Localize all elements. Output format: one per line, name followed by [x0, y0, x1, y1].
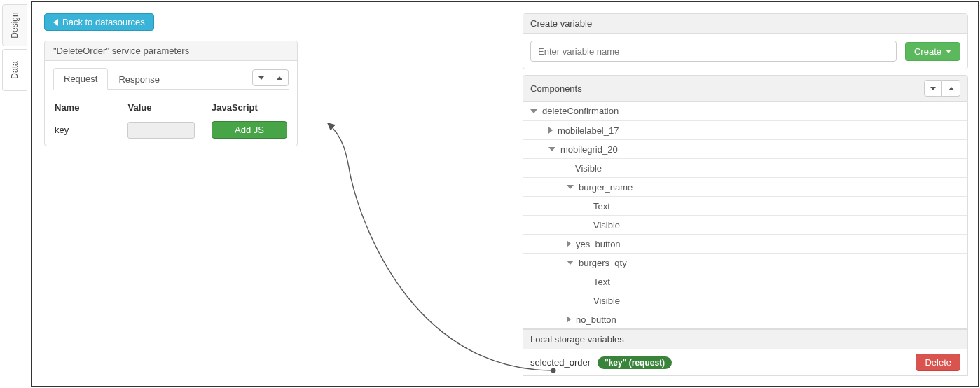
caret-down-icon — [548, 147, 555, 151]
tree-row[interactable]: yes_button — [523, 234, 967, 253]
tree-label: mobilelabel_17 — [558, 125, 619, 136]
tree-row[interactable]: mobilegrid_20 — [523, 139, 967, 158]
local-storage-title: Local storage variables — [523, 329, 968, 349]
variable-name-input[interactable] — [530, 41, 897, 62]
create-variable-button[interactable]: Create — [905, 42, 960, 61]
back-button-label: Back to datasources — [62, 17, 145, 27]
side-tab-data-label: Data — [10, 61, 20, 78]
caret-right-icon — [548, 127, 553, 134]
create-button-label: Create — [914, 46, 941, 57]
caret-down-icon — [567, 261, 574, 265]
service-parameters-panel: "DeleteOrder" service parameters Request… — [44, 41, 298, 146]
tree-row[interactable]: mobilelabel_17 — [523, 120, 967, 139]
tree-label: burgers_qty — [579, 258, 627, 268]
arrow-left-icon — [53, 19, 58, 26]
expand-down-button[interactable] — [252, 69, 270, 86]
param-value-input[interactable] — [127, 122, 195, 139]
tree-label: burger_name — [579, 182, 633, 193]
delete-button[interactable]: Delete — [916, 354, 960, 371]
side-tab-data[interactable]: Data — [2, 49, 27, 91]
chevron-up-icon — [948, 87, 954, 90]
tree-label: Text — [593, 277, 610, 287]
tree-label: Visible — [575, 163, 602, 174]
components-title: Components — [530, 83, 582, 94]
tree-label: mobilegrid_20 — [560, 144, 618, 155]
caret-right-icon — [567, 316, 571, 323]
col-name: Name — [53, 99, 126, 118]
tree-row-root[interactable]: deleteConfirmation — [523, 102, 967, 120]
tree-label: Text — [593, 201, 610, 212]
add-js-button[interactable]: Add JS — [212, 121, 287, 139]
tree-row[interactable]: Visible — [523, 215, 967, 234]
side-tab-design[interactable]: Design — [2, 4, 27, 46]
tab-request[interactable]: Request — [53, 68, 108, 90]
tree-row[interactable]: burgers_qty — [523, 253, 967, 272]
service-parameters-title: "DeleteOrder" service parameters — [45, 41, 297, 61]
param-row: key Add JS — [53, 118, 289, 141]
tree-label: Visible — [593, 220, 620, 230]
tab-response[interactable]: Response — [108, 69, 170, 90]
chevron-down-icon — [258, 76, 264, 80]
caret-down-icon — [530, 109, 537, 113]
tree-row[interactable]: Visible — [523, 291, 967, 310]
collapse-up-button[interactable] — [270, 69, 289, 86]
tree-label: yes_button — [576, 239, 621, 249]
local-storage-row[interactable]: selected_order "key" (request) Delete — [523, 349, 968, 376]
mapping-pill[interactable]: "key" (request) — [598, 356, 672, 369]
param-name: key — [53, 118, 126, 141]
tree-row[interactable]: Text — [523, 272, 967, 291]
tree-row[interactable]: burger_name — [523, 177, 967, 196]
tree-label: no_button — [576, 314, 616, 325]
components-collapse-button[interactable] — [942, 80, 960, 97]
main-frame: Back to datasources "DeleteOrder" servic… — [31, 1, 979, 387]
col-js: JavaScript — [210, 99, 289, 118]
caret-down-icon — [567, 185, 574, 189]
chevron-down-icon — [930, 87, 936, 90]
create-variable-title: Create variable — [523, 14, 967, 34]
tree-row[interactable]: Visible — [523, 158, 967, 177]
tree-label: deleteConfirmation — [542, 106, 619, 116]
caret-right-icon — [567, 240, 571, 247]
components-expand-button[interactable] — [924, 80, 942, 97]
back-to-datasources-button[interactable]: Back to datasources — [44, 13, 154, 31]
side-tab-design-label: Design — [10, 12, 20, 38]
connector-area — [298, 13, 523, 379]
local-storage-var-name: selected_order — [530, 357, 591, 368]
tree-row[interactable]: no_button — [523, 310, 967, 328]
col-value: Value — [126, 99, 210, 118]
chevron-up-icon — [277, 76, 282, 80]
tree-label: Visible — [593, 296, 620, 306]
tree-row[interactable]: Text — [523, 196, 967, 215]
chevron-down-icon — [946, 50, 951, 53]
